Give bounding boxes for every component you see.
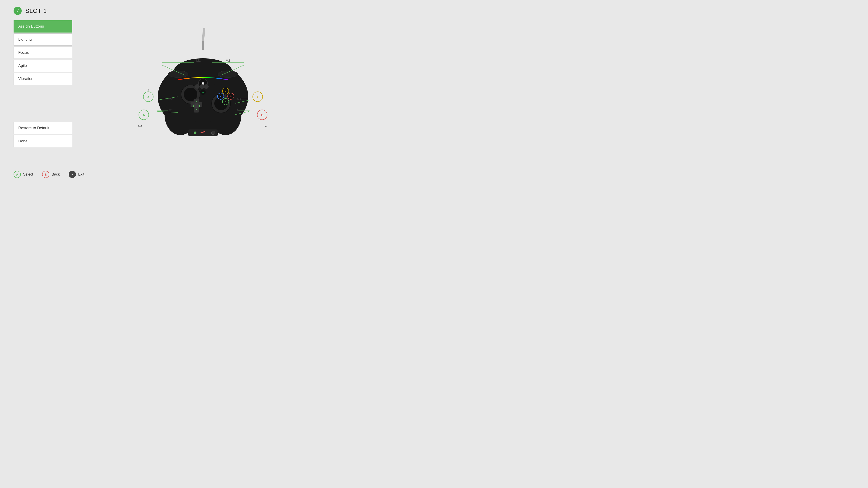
- svg-line-42: [157, 111, 178, 112]
- controller-diagram-svg: ⊞ ✦ ▲ ▼ ◀ ▶ Y X: [124, 27, 282, 153]
- legend-menu-icon: ≡: [69, 171, 76, 178]
- action-buttons: Restore to Default Done: [13, 122, 72, 147]
- svg-point-56: [143, 92, 153, 102]
- svg-point-35: [211, 131, 215, 135]
- svg-text:◀: ◀: [192, 105, 194, 107]
- svg-text:M3: M3: [168, 97, 173, 101]
- controller-area: ⊞ ✦ ▲ ▼ ◀ ▶ Y X: [86, 18, 320, 162]
- svg-line-40: [157, 97, 178, 100]
- svg-point-10: [181, 85, 200, 104]
- svg-line-1: [203, 29, 204, 40]
- legend-a-icon: A: [13, 171, 21, 178]
- svg-text:M2: M2: [225, 59, 230, 62]
- svg-text:✦: ✦: [202, 91, 204, 94]
- controller-wrapper: ⊞ ✦ ▲ ▼ ◀ ▶ Y X: [124, 27, 282, 153]
- svg-text:B: B: [261, 113, 264, 117]
- svg-text:▲: ▲: [195, 100, 197, 103]
- header: ✓ SLOT 1: [13, 7, 47, 15]
- svg-text:X: X: [147, 95, 149, 99]
- svg-point-27: [222, 98, 229, 105]
- legend-item-select: A Select: [13, 171, 33, 178]
- done-button[interactable]: Done: [13, 135, 72, 147]
- svg-point-3: [164, 94, 196, 135]
- slot-check-icon: ✓: [13, 7, 22, 15]
- svg-point-60: [139, 110, 149, 120]
- sidebar-item-assign-buttons[interactable]: Assign Buttons: [13, 20, 72, 33]
- sidebar-item-agile[interactable]: Agile: [13, 60, 72, 72]
- svg-rect-32: [188, 129, 218, 136]
- svg-point-12: [212, 94, 230, 113]
- svg-text:M5: M5: [168, 108, 173, 112]
- slot-title: SLOT 1: [25, 7, 47, 14]
- svg-text:A: A: [143, 113, 145, 117]
- svg-text:X: X: [220, 95, 221, 98]
- svg-text:A: A: [225, 101, 226, 103]
- svg-point-58: [253, 92, 263, 102]
- sidebar-item-vibration[interactable]: Vibration: [13, 73, 72, 85]
- svg-text:M4: M4: [237, 97, 241, 101]
- svg-rect-15: [191, 102, 202, 107]
- sidebar-menu: Assign Buttons Lighting Focus Agile Vibr…: [13, 20, 72, 86]
- svg-text:M1: M1: [196, 59, 201, 62]
- svg-point-36: [168, 71, 188, 77]
- svg-point-5: [174, 58, 232, 86]
- svg-line-43: [235, 111, 249, 115]
- svg-point-6: [198, 78, 208, 88]
- svg-point-8: [200, 90, 206, 95]
- svg-rect-14: [194, 99, 199, 112]
- svg-point-31: [204, 84, 209, 89]
- svg-point-25: [228, 93, 234, 99]
- svg-point-29: [195, 84, 199, 89]
- svg-text:»: »: [265, 123, 267, 129]
- legend-back-label: Back: [52, 172, 60, 176]
- svg-point-23: [217, 93, 224, 99]
- svg-text:⊞: ⊞: [202, 82, 204, 85]
- restore-default-button[interactable]: Restore to Default: [13, 122, 72, 134]
- svg-text:Y: Y: [256, 95, 259, 99]
- svg-line-38: [162, 65, 185, 75]
- svg-point-21: [222, 88, 229, 94]
- svg-point-30: [199, 84, 204, 89]
- svg-text:Y: Y: [225, 90, 226, 93]
- svg-text:✂: ✂: [138, 123, 142, 129]
- svg-point-62: [257, 110, 267, 120]
- svg-point-4: [210, 94, 241, 135]
- sidebar-item-lighting[interactable]: Lighting: [13, 33, 72, 46]
- svg-text:X: X: [147, 88, 149, 92]
- svg-text:▶: ▶: [199, 105, 201, 107]
- legend-item-back: B Back: [42, 171, 60, 178]
- svg-point-16: [194, 103, 199, 108]
- legend-item-exit: ≡ Exit: [69, 171, 84, 178]
- svg-text:▼: ▼: [195, 108, 197, 111]
- svg-point-2: [158, 62, 248, 132]
- svg-text:B: B: [230, 95, 231, 98]
- svg-point-11: [184, 88, 197, 101]
- svg-line-41: [235, 100, 249, 103]
- legend-b-icon: B: [42, 171, 49, 178]
- svg-point-13: [214, 97, 228, 110]
- svg-rect-34: [200, 131, 205, 133]
- bottom-legend: A Select B Back ≡ Exit: [13, 171, 84, 178]
- sidebar-item-focus[interactable]: Focus: [13, 46, 72, 59]
- svg-point-33: [194, 131, 196, 134]
- svg-point-37: [218, 71, 238, 77]
- legend-select-label: Select: [23, 172, 33, 176]
- svg-line-39: [221, 65, 244, 75]
- legend-exit-label: Exit: [78, 172, 84, 176]
- svg-text:M6: M6: [237, 108, 241, 112]
